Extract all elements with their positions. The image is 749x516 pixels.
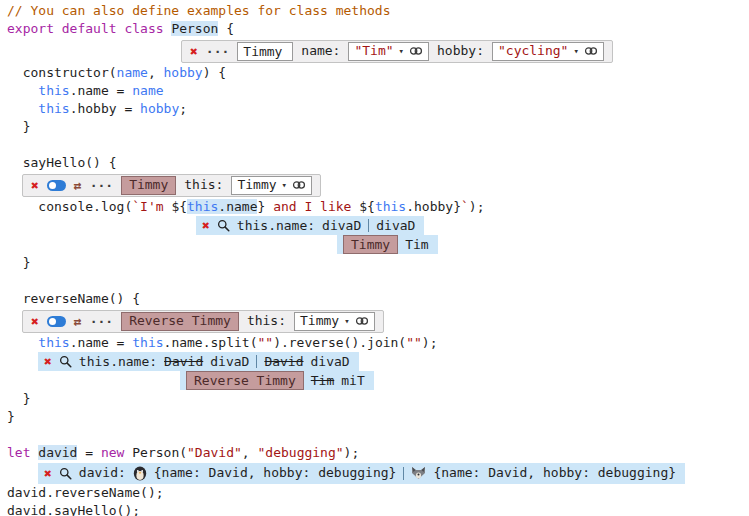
- punctuation: ) {: [203, 65, 226, 80]
- result-label: this.name:: [237, 217, 315, 235]
- dropdown-value: "Tim": [354, 42, 393, 60]
- keyword-let: let: [7, 445, 38, 460]
- line-assign-name: this.name = name: [7, 82, 749, 100]
- david-result-row: ✖ david: {name: David, hobby: debugging}…: [38, 462, 749, 484]
- indent: [7, 101, 38, 116]
- result-old-value: Tim: [311, 372, 334, 390]
- code-editor: // You can also define examples for clas…: [0, 0, 749, 516]
- line-call-reversename: david.reverseName();: [7, 484, 749, 502]
- blank-line: [7, 136, 749, 154]
- comment-token: // You can also define examples for clas…: [7, 3, 391, 18]
- result-label: this.name:: [79, 353, 157, 371]
- punctuation: ,: [242, 445, 258, 460]
- dropdown-value: Timmy: [300, 312, 339, 330]
- close-icon[interactable]: ✖: [31, 315, 39, 328]
- example-chip[interactable]: Timmy: [121, 176, 176, 195]
- string-token: `: [461, 199, 469, 214]
- sayhello-example-widget: ✖ ⇄ ··· Timmy this: Timmy ▾: [22, 174, 321, 197]
- compare-arrows-icon[interactable]: ⇄: [74, 179, 82, 192]
- param-hobby-label: hobby:: [437, 42, 484, 60]
- wolf-avatar-icon: [411, 466, 426, 480]
- punctuation: }: [7, 391, 30, 406]
- indent: [7, 335, 38, 350]
- line-close-brace: }: [7, 408, 749, 426]
- magnifier-icon[interactable]: [217, 219, 230, 232]
- code-token: .name =: [70, 83, 133, 98]
- this-label: this:: [184, 176, 223, 194]
- dropdown-value: "cycling": [498, 42, 568, 60]
- toggle-icon[interactable]: [47, 316, 66, 327]
- result-value: {name: David, hobby: debugging}: [154, 464, 397, 482]
- close-icon[interactable]: ✖: [44, 355, 52, 368]
- punctuation: ${: [171, 199, 187, 214]
- param-token: hobby: [164, 65, 203, 80]
- line-david-declaration: let david = new Person("David", "debuggi…: [7, 444, 749, 462]
- string-token: and I like: [265, 199, 359, 214]
- compare-arrows-icon[interactable]: ⇄: [74, 315, 82, 328]
- inline-result-strip: Reverse Timmy Tim miT: [180, 371, 374, 390]
- this-keyword: this: [38, 83, 69, 98]
- keyword-default: default: [62, 21, 125, 36]
- name-value-dropdown[interactable]: "Tim" ▾: [348, 42, 429, 61]
- magnifier-icon[interactable]: [59, 355, 72, 368]
- chevron-down-icon: ▾: [344, 312, 349, 330]
- result-value: divaD: [322, 217, 361, 235]
- magnifier-icon[interactable]: [59, 467, 72, 480]
- more-options-icon[interactable]: ···: [90, 315, 113, 328]
- dropdown-value: Timmy: [237, 176, 276, 194]
- inline-result-strip: ✖ this.name: David divaD David divaD: [38, 352, 359, 371]
- keyword-export: export: [7, 21, 62, 36]
- code-token: .hobby =: [70, 101, 140, 116]
- punctuation: ;: [179, 101, 187, 116]
- punctuation: }: [7, 255, 30, 270]
- result-value: {name: David, hobby: debugging}: [433, 464, 676, 482]
- blank-line: [7, 426, 749, 444]
- class-name-token: Person: [171, 21, 218, 36]
- close-icon[interactable]: ✖: [31, 179, 39, 192]
- code-token: ).reverse().join(: [273, 335, 406, 350]
- chevron-down-icon: ▾: [399, 42, 404, 60]
- example-chip[interactable]: Reverse Timmy: [186, 371, 304, 390]
- this-keyword: this: [187, 199, 218, 214]
- divider: [368, 219, 369, 232]
- punctuation: );: [422, 335, 438, 350]
- close-icon[interactable]: ✖: [44, 467, 52, 480]
- line-close-brace: }: [7, 390, 749, 408]
- line-assign-hobby: this.hobby = hobby;: [7, 100, 749, 118]
- code-token: Person(: [132, 445, 187, 460]
- constructor-example-widget: ✖ ··· name: "Tim" ▾ hobby: "cycling" ▾: [181, 40, 613, 63]
- punctuation: =: [77, 445, 100, 460]
- string-token: "": [406, 335, 422, 350]
- variable-token: name: [132, 83, 163, 98]
- reversename-result-row: ✖ this.name: David divaD David divaD: [38, 352, 749, 371]
- code-token: console.log(: [7, 199, 132, 214]
- hobby-value-dropdown[interactable]: "cycling" ▾: [492, 42, 604, 61]
- constructor-example-row: ✖ ··· name: "Tim" ▾ hobby: "cycling" ▾: [181, 38, 749, 64]
- result-new-value: miT: [341, 372, 364, 390]
- divider: [256, 355, 257, 368]
- example-name-input[interactable]: [237, 42, 293, 61]
- this-keyword: this: [375, 199, 406, 214]
- this-value-dropdown[interactable]: Timmy ▾: [231, 176, 312, 195]
- link-icon[interactable]: [292, 180, 306, 190]
- more-options-icon[interactable]: ···: [90, 179, 113, 192]
- result-old-value: David: [264, 353, 303, 371]
- line-sayhello-signature: sayHello() {: [7, 154, 749, 172]
- close-icon[interactable]: ✖: [202, 219, 210, 232]
- code-token: .name =: [70, 335, 133, 350]
- close-icon[interactable]: ✖: [190, 45, 198, 58]
- example-chip[interactable]: Reverse Timmy: [121, 312, 239, 331]
- more-options-icon[interactable]: ···: [206, 45, 229, 58]
- property-token: .name: [218, 199, 257, 214]
- toggle-icon[interactable]: [47, 180, 66, 191]
- link-icon[interactable]: [584, 46, 598, 56]
- punctuation: ,: [148, 65, 164, 80]
- this-keyword: this: [132, 335, 163, 350]
- example-chip[interactable]: Timmy: [343, 235, 398, 254]
- this-value-dropdown[interactable]: Timmy ▾: [294, 312, 375, 331]
- line-call-sayhello: david.sayHello();: [7, 502, 749, 516]
- link-icon[interactable]: [409, 46, 423, 56]
- result-new-value: divaD: [311, 353, 350, 371]
- link-icon[interactable]: [355, 316, 369, 326]
- string-token: "": [257, 335, 273, 350]
